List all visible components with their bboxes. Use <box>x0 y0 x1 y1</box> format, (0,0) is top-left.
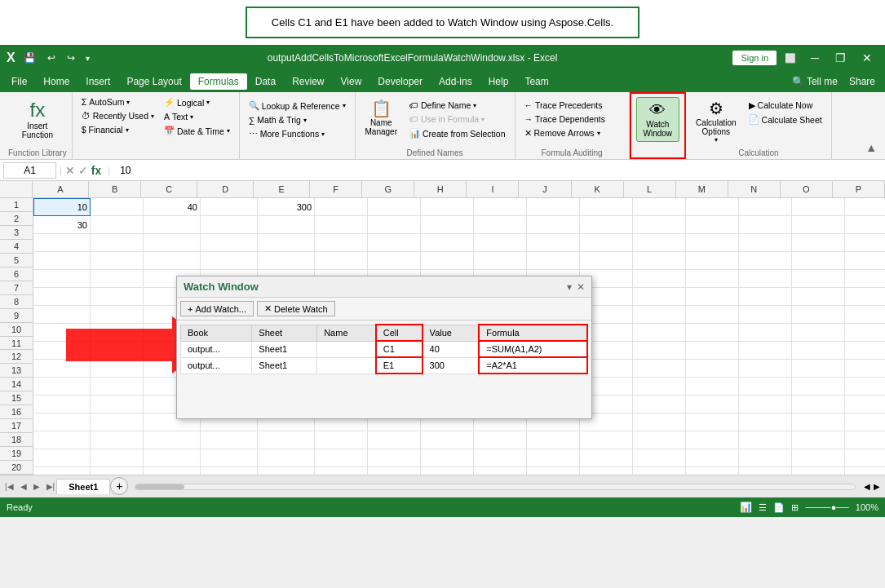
menu-addins[interactable]: Add-ins <box>431 73 480 90</box>
cell-A9[interactable] <box>33 342 91 360</box>
cell-P10[interactable] <box>845 360 885 378</box>
more-functions-button[interactable]: ⋯ More Functions ▾ <box>245 127 350 140</box>
view-normal-icon[interactable]: ☰ <box>759 502 767 513</box>
horizontal-scrollbar[interactable] <box>135 484 856 490</box>
cell-B1[interactable] <box>91 198 144 216</box>
cell-J3[interactable] <box>527 234 580 252</box>
row-header-10[interactable]: 10 <box>0 323 33 337</box>
cell-N10[interactable] <box>739 360 792 378</box>
cell-K4[interactable] <box>580 252 633 270</box>
cell-K16[interactable] <box>580 467 633 475</box>
row-header-8[interactable]: 8 <box>0 295 33 309</box>
add-sheet-button[interactable]: + <box>110 477 128 495</box>
cell-L13[interactable] <box>633 413 686 431</box>
cell-P12[interactable] <box>845 396 885 413</box>
cell-F4[interactable] <box>315 252 368 270</box>
menu-formulas[interactable]: Formulas <box>190 73 247 90</box>
row-header-18[interactable]: 18 <box>0 433 33 447</box>
view-page-layout-icon[interactable]: 📄 <box>773 502 785 513</box>
cell-A5[interactable] <box>33 270 91 288</box>
signin-button[interactable]: Sign in <box>732 51 777 65</box>
cell-F2[interactable] <box>315 216 368 234</box>
cell-J2[interactable] <box>527 216 580 234</box>
recently-used-button[interactable]: ⏱ Recently Used ▾ <box>77 109 158 122</box>
cell-L5[interactable] <box>633 270 686 288</box>
cell-N1[interactable] <box>739 198 792 216</box>
cell-B15[interactable] <box>91 449 144 467</box>
cell-B6[interactable] <box>91 288 144 306</box>
define-name-button[interactable]: 🏷 Define Name ▾ <box>405 99 510 112</box>
more-functions-dropdown-icon[interactable]: ▾ <box>321 130 325 138</box>
cell-M15[interactable] <box>686 449 739 467</box>
cell-M4[interactable] <box>686 252 739 270</box>
cell-N4[interactable] <box>739 252 792 270</box>
cell-H1[interactable] <box>421 198 474 216</box>
row-header-9[interactable]: 9 <box>0 309 33 323</box>
view-page-break-icon[interactable]: ⊞ <box>791 502 799 513</box>
cell-C15[interactable] <box>144 449 201 467</box>
menu-team[interactable]: Team <box>516 73 556 90</box>
col-header-B[interactable]: B <box>89 181 141 197</box>
menu-page-layout[interactable]: Page Layout <box>118 73 189 90</box>
cell-P7[interactable] <box>845 306 885 324</box>
menu-data[interactable]: Data <box>247 73 284 90</box>
cell-B11[interactable] <box>91 378 144 396</box>
cell-B2[interactable] <box>91 216 144 234</box>
col-header-F[interactable]: F <box>310 181 362 197</box>
cell-D14[interactable] <box>201 431 258 449</box>
row-header-7[interactable]: 7 <box>0 281 33 295</box>
row-header-5[interactable]: 5 <box>0 254 33 267</box>
cell-E2[interactable] <box>258 216 315 234</box>
cell-P3[interactable] <box>845 234 885 252</box>
trace-precedents-button[interactable]: ← Trace Precedents <box>520 99 624 112</box>
zoom-slider[interactable]: ────●── <box>805 502 848 512</box>
add-watch-button[interactable]: + Add Watch... <box>180 301 254 316</box>
cell-C16[interactable] <box>144 467 201 475</box>
col-header-O[interactable]: O <box>781 181 833 197</box>
cell-B3[interactable] <box>91 234 144 252</box>
quick-access-redo[interactable]: ↪ <box>64 51 78 65</box>
trace-dependents-button[interactable]: → Trace Dependents <box>520 113 624 126</box>
watch-window-pin-icon[interactable]: ▾ <box>567 281 572 293</box>
cell-E15[interactable] <box>258 449 315 467</box>
cell-L4[interactable] <box>633 252 686 270</box>
cell-E16[interactable] <box>258 467 315 475</box>
cell-M9[interactable] <box>686 342 739 360</box>
lookup-dropdown-icon[interactable]: ▾ <box>343 102 346 109</box>
cell-B16[interactable] <box>91 467 144 475</box>
close-button[interactable]: ✕ <box>856 50 878 66</box>
delete-watch-button[interactable]: ✕ Delete Watch <box>257 301 335 316</box>
cell-N16[interactable] <box>739 467 792 475</box>
menu-home[interactable]: Home <box>35 73 77 90</box>
watch-row-2-book[interactable]: output... <box>181 357 252 374</box>
cell-A4[interactable] <box>33 252 91 270</box>
cell-L3[interactable] <box>633 234 686 252</box>
define-name-dropdown[interactable]: ▾ <box>473 102 476 109</box>
cell-A14[interactable] <box>33 431 91 449</box>
cell-O3[interactable] <box>792 234 845 252</box>
menu-insert[interactable]: Insert <box>77 73 118 90</box>
minimize-button[interactable]: ─ <box>804 50 825 66</box>
row-header-2[interactable]: 2 <box>0 212 33 226</box>
cell-H4[interactable] <box>421 252 474 270</box>
cell-G1[interactable] <box>368 198 421 216</box>
ribbon-collapse-button[interactable]: ▲ <box>861 139 882 156</box>
col-header-P[interactable]: P <box>833 181 885 197</box>
col-header-I[interactable]: I <box>467 181 519 197</box>
cell-J14[interactable] <box>527 431 580 449</box>
row-header-14[interactable]: 14 <box>0 378 33 391</box>
cell-A2[interactable]: 30 <box>33 216 91 234</box>
cell-P15[interactable] <box>845 449 885 467</box>
cell-P1[interactable] <box>845 198 885 216</box>
cell-N8[interactable] <box>739 324 792 342</box>
cell-M1[interactable] <box>686 198 739 216</box>
quick-access-save[interactable]: 💾 <box>20 51 39 65</box>
cell-B12[interactable] <box>91 396 144 413</box>
cell-B14[interactable] <box>91 431 144 449</box>
date-time-dropdown-icon[interactable]: ▾ <box>227 127 230 135</box>
cell-M3[interactable] <box>686 234 739 252</box>
insert-function-button[interactable]: fx InsertFunction <box>17 95 58 143</box>
menu-file[interactable]: File <box>3 73 35 90</box>
cell-O4[interactable] <box>792 252 845 270</box>
col-header-K[interactable]: K <box>572 181 624 197</box>
